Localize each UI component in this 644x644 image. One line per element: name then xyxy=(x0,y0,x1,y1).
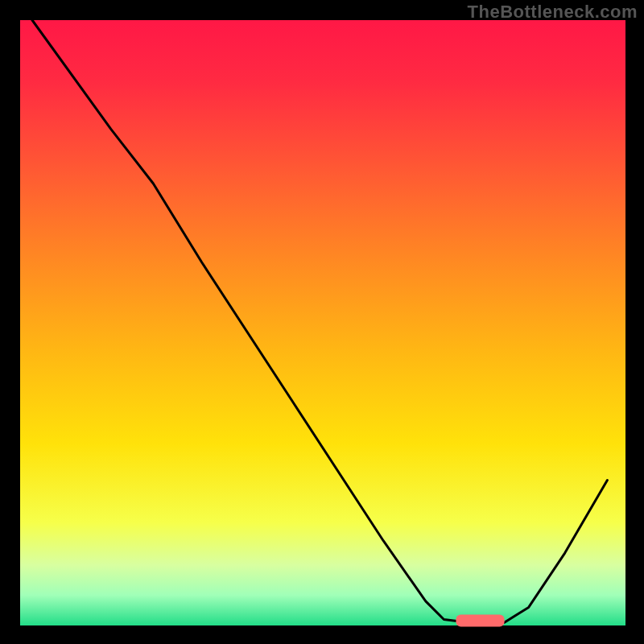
optimal-marker xyxy=(456,614,504,626)
bottleneck-chart: TheBottleneck.com xyxy=(0,0,644,644)
chart-svg xyxy=(0,0,644,644)
plot-background xyxy=(20,20,625,625)
watermark-text: TheBottleneck.com xyxy=(468,2,638,23)
